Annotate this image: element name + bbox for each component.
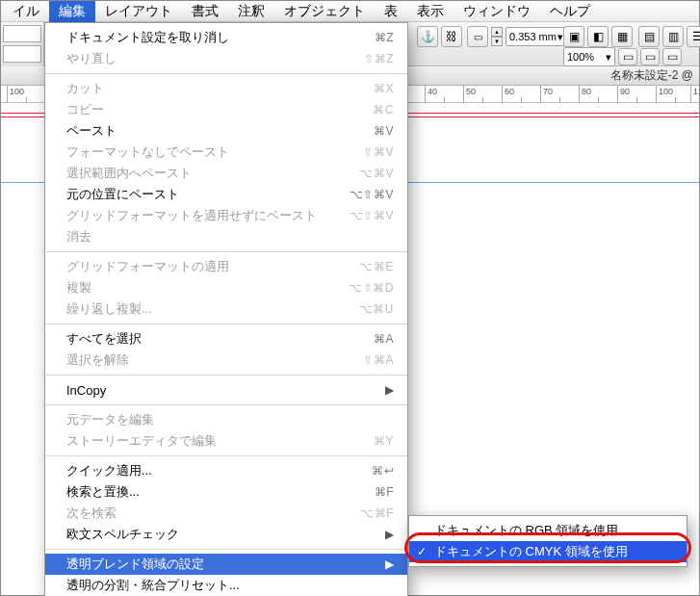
edit-menu-item-4: コピー⌘C bbox=[45, 99, 407, 120]
menu-item-label: 元データを編集 bbox=[66, 411, 394, 428]
menu-edit[interactable]: 編集 bbox=[49, 1, 95, 22]
edit-menu-item-10: 消去 bbox=[45, 226, 407, 247]
menu-item-label: 消去 bbox=[66, 228, 394, 246]
menu-item-label: 透明ブレンド領域の設定 bbox=[66, 556, 377, 573]
menu-object[interactable]: オブジェクト bbox=[274, 1, 375, 22]
edit-menu-item-14: 繰り返し複製...⌥⌘U bbox=[45, 298, 407, 320]
edit-menu-item-0[interactable]: ドキュメント設定を取り消し⌘Z bbox=[45, 27, 407, 48]
transparency-blend-space-submenu[interactable]: ドキュメントの RGB 領域を使用✓ドキュメントの CMYK 領域を使用 bbox=[408, 515, 687, 567]
edit-menu-item-22: ストーリーエディタで編集⌘Y bbox=[45, 430, 407, 452]
menu-type[interactable]: 書式 bbox=[182, 1, 228, 22]
menu-item-label: コピー bbox=[66, 101, 373, 118]
menu-item-label: 次を検索 bbox=[66, 505, 360, 522]
menu-file[interactable]: イル bbox=[3, 1, 49, 22]
edit-menu-item-6: フォーマットなしでペースト⇧⌘V bbox=[45, 142, 407, 163]
edit-menu-item-5[interactable]: ペースト⌘V bbox=[45, 120, 407, 142]
menu-item-label: InCopy bbox=[66, 383, 377, 398]
menu-item-shortcut: ⌘C bbox=[373, 103, 394, 117]
left-tool-strip bbox=[1, 22, 44, 66]
menu-item-label: ストーリーエディタで編集 bbox=[66, 432, 374, 450]
menu-item-label: 繰り返し複製... bbox=[66, 300, 359, 318]
menu-item-shortcut: ⇧⌘Z bbox=[364, 52, 394, 65]
edit-menu-item-24[interactable]: クイック適用...⌘↩ bbox=[45, 460, 407, 481]
edit-menu-item-30[interactable]: 透明の分割・統合プリセット... bbox=[45, 575, 407, 596]
link-icon-button[interactable]: ⛓ bbox=[441, 26, 462, 47]
edit-menu-item-7: 選択範囲内へペースト⌥⌘V bbox=[45, 163, 407, 184]
menu-item-shortcut: ⌥⌘E bbox=[359, 260, 394, 273]
left-slot-1[interactable] bbox=[3, 25, 41, 42]
menu-item-label: カット bbox=[66, 80, 374, 97]
edit-menu-item-13: 複製⌥⇧⌘D bbox=[45, 277, 407, 298]
toolbar-btn-g[interactable]: ▭ bbox=[618, 48, 637, 65]
toolbar-btn-d[interactable]: ▤ bbox=[638, 26, 660, 47]
menu-item-label: ドキュメント設定を取り消し bbox=[66, 29, 375, 46]
edit-menu-item-19[interactable]: InCopy▶ bbox=[45, 379, 407, 401]
toolbar-btn-b[interactable]: ◧ bbox=[587, 26, 609, 47]
menu-item-shortcut: ⌘V bbox=[374, 124, 394, 138]
submenu-arrow-icon: ▶ bbox=[385, 528, 394, 541]
menu-item-label: 検索と置換... bbox=[66, 483, 375, 501]
edit-menu-item-17: 選択を解除⇧⌘A bbox=[45, 350, 407, 371]
menu-item-label: すべてを選択 bbox=[66, 330, 374, 348]
edit-menu-item-27[interactable]: 欧文スペルチェック▶ bbox=[45, 524, 407, 545]
menu-item-shortcut: ⌘Y bbox=[374, 434, 394, 448]
submenu-arrow-icon: ▶ bbox=[385, 557, 394, 571]
stroke-stepper[interactable]: ▲▼ bbox=[491, 27, 503, 46]
menu-help[interactable]: ヘルプ bbox=[540, 1, 600, 22]
menu-item-shortcut: ⇧⌘A bbox=[363, 353, 394, 367]
menu-item-shortcut: ⌥⌘F bbox=[360, 506, 394, 520]
document-title: 名称未設定-2 @ bbox=[610, 67, 693, 84]
edit-menu-dropdown[interactable]: ドキュメント設定を取り消し⌘Zやり直し⇧⌘Zカット⌘Xコピー⌘Cペースト⌘Vフォ… bbox=[44, 22, 408, 596]
menu-item-shortcut: ⌘A bbox=[374, 332, 394, 346]
menu-bar[interactable]: イル 編集 レイアウト 書式 注釈 オブジェクト 表 表示 ウィンドウ ヘルプ bbox=[1, 1, 699, 22]
zoom-field[interactable]: 100%▾ bbox=[563, 47, 615, 66]
edit-menu-item-16[interactable]: すべてを選択⌘A bbox=[45, 328, 407, 350]
check-icon: ✓ bbox=[417, 545, 427, 558]
menu-item-shortcut: ⌥⇧⌘V bbox=[350, 188, 394, 201]
edit-menu-item-1: やり直し⇧⌘Z bbox=[45, 48, 407, 69]
menu-item-shortcut: ⌥⇧⌘D bbox=[349, 281, 394, 295]
menu-layout[interactable]: レイアウト bbox=[95, 1, 182, 22]
toolbar-btn-a[interactable]: ▣ bbox=[563, 26, 584, 47]
menu-item-label: 欧文スペルチェック bbox=[66, 526, 377, 543]
toolbar-btn-c[interactable]: ▦ bbox=[611, 26, 633, 47]
toolbar-btn-h[interactable]: ▭ bbox=[640, 48, 660, 65]
submenu-item-label: ドキュメントの CMYK 領域を使用 bbox=[434, 543, 628, 560]
submenu-arrow-icon: ▶ bbox=[385, 383, 394, 397]
edit-menu-item-12: グリッドフォーマットの適用⌥⌘E bbox=[45, 256, 407, 277]
menu-item-label: 透明の分割・統合プリセット... bbox=[66, 577, 394, 594]
menu-item-label: クイック適用... bbox=[66, 462, 372, 479]
toolbar-btn-f[interactable]: ☰ bbox=[687, 26, 700, 47]
menu-item-shortcut: ⌘Z bbox=[375, 31, 394, 44]
menu-item-label: ペースト bbox=[66, 122, 374, 140]
menu-item-label: 選択を解除 bbox=[66, 351, 363, 369]
blend-space-option-1[interactable]: ✓ドキュメントの CMYK 領域を使用 bbox=[409, 541, 687, 562]
app-window: ⚓ ⛓ ▭ ▲▼ 0.353 mm▾ ▣ ◧ ▦ ▤ ▥ ☰ 100%▾ ▭ ▭… bbox=[0, 0, 700, 596]
blend-space-option-0[interactable]: ドキュメントの RGB 領域を使用 bbox=[409, 520, 687, 541]
menu-window[interactable]: ウィンドウ bbox=[454, 1, 540, 22]
menu-item-label: フォーマットなしでペースト bbox=[66, 143, 363, 161]
menu-table[interactable]: 表 bbox=[375, 1, 407, 22]
edit-menu-item-8[interactable]: 元の位置にペースト⌥⇧⌘V bbox=[45, 184, 407, 205]
menu-item-label: グリッドフォーマットの適用 bbox=[66, 258, 359, 275]
menu-item-shortcut: ⇧⌘V bbox=[363, 145, 394, 159]
edit-menu-item-29[interactable]: 透明ブレンド領域の設定▶ bbox=[45, 554, 407, 575]
menu-item-shortcut: ⌥⇧⌘V bbox=[350, 209, 394, 222]
menu-item-label: 複製 bbox=[66, 279, 349, 297]
menu-view[interactable]: 表示 bbox=[407, 1, 454, 22]
edit-menu-item-21: 元データを編集 bbox=[45, 409, 407, 430]
menu-item-shortcut: ⌘X bbox=[374, 82, 394, 95]
stroke-weight-icon[interactable]: ▭ bbox=[467, 26, 488, 47]
toolbar-btn-i[interactable]: ▭ bbox=[662, 48, 682, 65]
menu-item-shortcut: ⌘↩ bbox=[372, 464, 394, 478]
stroke-weight-field[interactable]: 0.353 mm▾ bbox=[506, 27, 567, 46]
left-slot-2[interactable] bbox=[3, 45, 41, 63]
edit-menu-item-9: グリッドフォーマットを適用せずにペースト⌥⇧⌘V bbox=[45, 205, 407, 226]
edit-menu-item-25[interactable]: 検索と置換...⌘F bbox=[45, 481, 407, 503]
menu-notes[interactable]: 注釈 bbox=[228, 1, 274, 22]
menu-item-shortcut: ⌥⌘U bbox=[359, 302, 394, 316]
submenu-item-label: ドキュメントの RGB 領域を使用 bbox=[434, 522, 618, 539]
toolbar-btn-e[interactable]: ▥ bbox=[662, 26, 684, 47]
menu-item-label: 元の位置にペースト bbox=[66, 186, 350, 203]
anchor-icon-button[interactable]: ⚓ bbox=[417, 26, 438, 47]
